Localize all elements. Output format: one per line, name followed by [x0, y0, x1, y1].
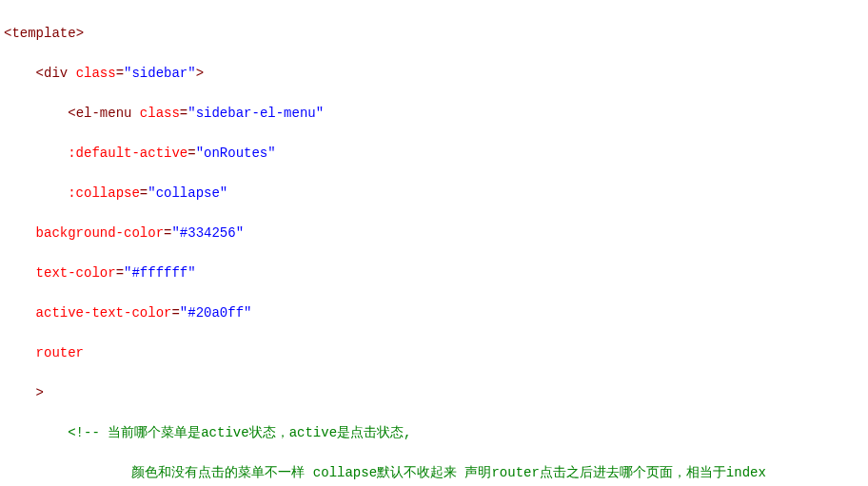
code-line: <el-menu class="sidebar-el-menu"	[4, 104, 868, 124]
code-block: <template> <div class="sidebar"> <el-men…	[4, 4, 868, 486]
code-line: <div class="sidebar">	[4, 64, 868, 84]
comment-text: <!-- 当前哪个菜单是active状态，active是点击状态,	[36, 425, 412, 440]
code-line: <template>	[4, 24, 868, 44]
comment-text: 颜色和没有点击的菜单不一样 collapse默认不收起来 声明router点击之…	[68, 465, 766, 480]
code-comment-line: <!-- 当前哪个菜单是active状态，active是点击状态,	[4, 423, 868, 443]
code-line: router	[4, 343, 868, 363]
code-line: >	[4, 383, 868, 403]
code-line: :collapse="collapse"	[4, 184, 868, 204]
code-line: background-color="#334256"	[4, 224, 868, 243]
code-line: :default-active="onRoutes"	[4, 144, 868, 164]
code-line: active-text-color="#20a0ff"	[4, 303, 868, 323]
code-line: text-color="#ffffff"	[4, 263, 868, 283]
code-comment-line: 颜色和没有点击的菜单不一样 collapse默认不收起来 声明router点击之…	[4, 463, 868, 483]
